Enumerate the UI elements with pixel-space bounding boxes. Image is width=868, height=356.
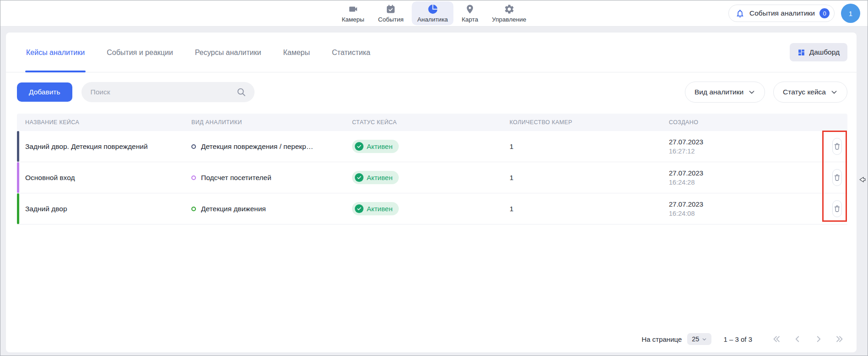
check-icon [355, 142, 363, 151]
last-page-button[interactable] [835, 334, 845, 344]
nav-item-analytics[interactable]: Аналитика [412, 1, 454, 25]
add-button[interactable]: Добавить [17, 82, 72, 102]
created-cell: 27.07.2023 16:27:12 [661, 137, 827, 156]
nav-item-label: Управление [492, 16, 526, 23]
chevron-left-icon [792, 334, 803, 344]
analytics-type-dot [191, 144, 196, 149]
analytics-events-button[interactable]: События аналитики 0 [728, 5, 835, 22]
table-row[interactable]: Задний двор. Детекция повреждений Детекц… [17, 131, 847, 162]
case-status-filter-label: Статус кейса [783, 88, 826, 96]
chevron-down-icon [748, 88, 755, 96]
per-page-value: 25 [692, 335, 699, 343]
delete-case-button[interactable] [832, 138, 842, 155]
nav-item-label: События [378, 16, 404, 23]
created-time: 16:24:28 [669, 178, 827, 187]
created-time: 16:27:12 [669, 147, 827, 156]
search-icon[interactable] [236, 87, 246, 97]
tab-cameras[interactable]: Камеры [282, 33, 311, 71]
tab-statistics[interactable]: Статистика [331, 33, 371, 71]
nav-item-cameras[interactable]: Камеры [336, 1, 369, 25]
analytics-type-filter[interactable]: Вид аналитики [685, 82, 765, 103]
nav-item-management[interactable]: Управление [487, 1, 532, 25]
status-badge-label: Активен [367, 174, 392, 181]
case-name: Основной вход [17, 174, 183, 182]
per-page-control: На странице 25 [641, 333, 711, 345]
toolbar: Добавить Вид аналитики Статус кейса [6, 72, 857, 103]
row-accent-bar [17, 162, 19, 193]
analytics-type-dot [191, 207, 196, 211]
row-accent-bar [17, 131, 19, 162]
check-icon [355, 173, 363, 182]
chevron-right-icon [814, 334, 824, 344]
analytics-type-cell: Детекция повреждения / перекр… [183, 142, 344, 151]
calendar-check-icon [385, 4, 396, 15]
nav-item-events[interactable]: События [373, 1, 409, 25]
trash-icon [833, 173, 841, 182]
tabs: Кейсы аналитики События и реакции Ресурс… [25, 33, 371, 71]
main-navigation: Камеры События Аналитика Карта Управлени… [336, 0, 532, 26]
events-count-badge: 0 [819, 8, 830, 18]
row-actions [827, 138, 847, 155]
delete-case-button[interactable] [832, 169, 842, 186]
gear-icon [504, 4, 515, 15]
tab-analytics-cases[interactable]: Кейсы аналитики [25, 33, 86, 71]
case-status-cell: Активен [344, 202, 501, 215]
camera-count: 1 [501, 205, 661, 213]
case-status-cell: Активен [344, 171, 501, 184]
cases-table: НАЗВАНИЕ КЕЙСА ВИД АНАЛИТИКИ СТАТУС КЕЙС… [17, 114, 847, 225]
chevron-down-icon [702, 337, 707, 342]
double-chevron-right-icon [835, 334, 845, 344]
per-page-select[interactable]: 25 [687, 333, 711, 345]
created-date: 27.07.2023 [669, 169, 827, 178]
created-date: 27.07.2023 [669, 137, 827, 147]
analytics-type-filter-label: Вид аналитики [694, 88, 743, 96]
search-input[interactable] [81, 82, 255, 102]
filters: Вид аналитики Статус кейса [685, 82, 847, 103]
status-badge-label: Активен [367, 205, 392, 213]
delete-case-button[interactable] [832, 200, 842, 217]
map-pin-icon [464, 4, 475, 15]
table-row[interactable]: Основной вход Подсчет посетителей Активе… [17, 162, 847, 193]
status-badge: Активен [352, 140, 399, 153]
status-badge: Активен [352, 171, 399, 184]
case-name: Задний двор. Детекция повреждений [17, 142, 183, 151]
pagination: На странице 25 1 – 3 of 3 [6, 326, 857, 352]
topbar: Камеры События Аналитика Карта Управлени… [0, 0, 868, 27]
dashboard-button-label: Дашборд [809, 48, 840, 56]
status-badge: Активен [352, 202, 399, 215]
analytics-type-label: Подсчет посетителей [201, 174, 271, 182]
row-accent-bar [17, 193, 19, 224]
created-cell: 27.07.2023 16:24:28 [661, 169, 827, 187]
tab-analytics-resources[interactable]: Ресурсы аналитики [194, 33, 262, 71]
created-date: 27.07.2023 [669, 200, 827, 209]
mouse-cursor [858, 175, 867, 184]
prev-page-button[interactable] [792, 334, 803, 344]
pager-buttons [771, 334, 845, 344]
pagination-range: 1 – 3 of 3 [723, 335, 752, 343]
table-row[interactable]: Задний двор Детекция движения Активен 1 … [17, 193, 847, 225]
first-page-button[interactable] [771, 334, 781, 344]
case-status-cell: Активен [344, 140, 501, 153]
table-body: Задний двор. Детекция повреждений Детекц… [17, 131, 847, 225]
nav-item-label: Камеры [342, 16, 364, 23]
topbar-right: События аналитики 0 1 [728, 0, 860, 26]
chevron-down-icon [830, 88, 838, 96]
col-header-case-name: НАЗВАНИЕ КЕЙСА [17, 119, 183, 126]
bell-icon [735, 9, 745, 18]
avatar[interactable]: 1 [841, 4, 860, 23]
analytics-type-label: Детекция повреждения / перекр… [201, 142, 313, 151]
analytics-type-dot [191, 175, 196, 180]
tab-events-reactions[interactable]: События и реакции [106, 33, 174, 71]
analytics-type-label: Детекция движения [201, 205, 266, 213]
check-icon [355, 204, 363, 213]
next-page-button[interactable] [814, 334, 824, 344]
nav-item-map[interactable]: Карта [456, 1, 483, 25]
camera-count: 1 [501, 142, 661, 151]
col-header-case-status: СТАТУС КЕЙСА [344, 119, 501, 126]
table-empty-area [6, 225, 857, 326]
dashboard-button[interactable]: Дашборд [790, 43, 847, 61]
nav-item-label: Аналитика [418, 16, 448, 23]
status-badge-label: Активен [367, 142, 392, 150]
case-status-filter[interactable]: Статус кейса [773, 82, 847, 103]
camera-count: 1 [501, 174, 661, 182]
